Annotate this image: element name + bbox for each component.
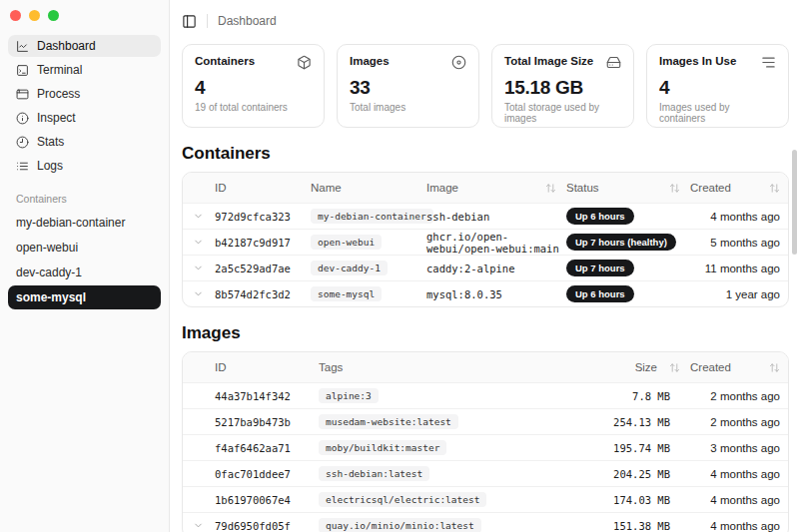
containers-table: IDNameImageStatusCreated972d9cfca323my-d… [182, 172, 789, 307]
stat-card-title: Containers [195, 55, 255, 67]
list-lines-icon [761, 55, 776, 70]
stat-card-title: Total Image Size [504, 55, 593, 67]
container-created: 4 months ago [688, 211, 788, 223]
sidebar-item-label: Stats [37, 135, 64, 149]
expand-row-button[interactable] [183, 234, 213, 252]
expand-row-button[interactable] [183, 208, 213, 226]
container-name: open-webui [309, 235, 424, 250]
sidebar-container-open-webui[interactable]: open-webui [8, 236, 161, 260]
image-id: 0fac701ddee7 [213, 468, 317, 480]
image-row[interactable]: f4af6462aa71moby/buildkit:master195.74 M… [183, 434, 788, 460]
sort-icon[interactable] [769, 362, 780, 373]
status-badge: Up 6 hours [566, 285, 634, 302]
sidebar-item-logs[interactable]: Logs [8, 155, 161, 177]
sidebar-item-process[interactable]: Process [8, 83, 161, 105]
stat-card-value: 33 [350, 77, 466, 99]
container-image: mysql:8.0.35 [424, 288, 564, 300]
container-name: my-debian-container [309, 209, 424, 224]
sidebar-item-label: Dashboard [37, 39, 96, 53]
column-header-name: Name [309, 182, 424, 194]
image-created: 4 months ago [688, 494, 788, 506]
status-badge: Up 7 hours [566, 260, 634, 276]
chevron-down-icon [193, 517, 204, 532]
topbar-divider [207, 14, 208, 28]
image-created: 4 months ago [688, 520, 788, 532]
hard-drive-icon [606, 55, 621, 70]
container-name-badge: my-debian-container [311, 209, 433, 224]
stat-card-title: Images In Use [659, 55, 736, 67]
column-header-size: Size [580, 361, 688, 373]
column-header-label: Size [635, 361, 657, 373]
container-name-badge: open-webui [311, 235, 382, 250]
stat-card-value: 15.18 GB [504, 77, 621, 99]
image-id: 5217ba9b473b [213, 416, 317, 428]
image-size: 151.38 MB [580, 520, 688, 532]
container-row[interactable]: b42187c9d917open-webuighcr.io/open-webui… [183, 229, 788, 255]
stat-card-subtitle: 19 of total containers [195, 102, 312, 113]
image-row[interactable]: 0fac701ddee7ssh-debian:latest204.25 MB4 … [183, 460, 788, 486]
column-header-label: ID [215, 182, 227, 194]
container-row[interactable]: 2a5c529ad7aedev-caddy-1caddy:2-alpineUp … [183, 255, 788, 280]
stat-card-subtitle: Total images [350, 102, 466, 113]
container-image: ssh-debian [424, 211, 564, 223]
stat-card-images: Images33Total images [337, 44, 479, 128]
image-id: 44a37b14f342 [213, 390, 317, 402]
image-tags: alpine:3 [317, 388, 580, 403]
sidebar-item-inspect[interactable]: Inspect [8, 107, 161, 129]
stat-card-value: 4 [195, 77, 312, 99]
image-row[interactable]: 5217ba9b473bmusedam-website:latest254.13… [183, 408, 788, 434]
sort-icon[interactable] [545, 183, 556, 194]
sidebar-container-my-debian-container[interactable]: my-debian-container [8, 211, 161, 235]
chevron-down-icon [193, 234, 204, 252]
container-image: ghcr.io/open-webui/open-webui:main [424, 231, 564, 255]
column-header-tags: Tags [317, 361, 580, 373]
column-header-label: Created [690, 182, 731, 194]
stat-card-title: Images [350, 55, 390, 67]
status-badge: Up 7 hours (healthy) [566, 234, 676, 251]
image-id: 79d6950fd05f [213, 520, 317, 532]
stat-card-header: Images In Use [659, 55, 776, 70]
sort-icon[interactable] [669, 362, 680, 373]
image-tags-badge: quay.io/minio/minio:latest [319, 518, 481, 532]
sidebar-item-dashboard[interactable]: Dashboard [8, 35, 161, 57]
column-header-id: ID [213, 361, 317, 373]
sort-icon[interactable] [769, 183, 780, 194]
sort-icon[interactable] [669, 183, 680, 194]
zoom-window-button[interactable] [48, 10, 59, 21]
close-window-button[interactable] [10, 10, 21, 21]
container-row[interactable]: 972d9cfca323my-debian-containerssh-debia… [183, 203, 788, 229]
sidebar-item-terminal[interactable]: Terminal [8, 59, 161, 81]
sidebar-container-dev-caddy-1[interactable]: dev-caddy-1 [8, 261, 161, 284]
stat-card-header: Containers [195, 55, 312, 70]
sidebar-item-stats[interactable]: Stats [8, 131, 161, 153]
image-tags: musedam-website:latest [317, 414, 580, 429]
image-tags: electricsql/electric:latest [317, 492, 580, 507]
vertical-scrollbar[interactable] [792, 150, 797, 255]
sidebar-item-label: Logs [37, 159, 63, 173]
image-tags: moby/buildkit:master [317, 440, 580, 455]
stat-card-containers: Containers419 of total containers [182, 44, 325, 128]
expand-row-button[interactable] [183, 517, 213, 532]
status-badge: Up 6 hours [566, 208, 634, 225]
chevron-down-icon [193, 208, 204, 226]
container-id: 2a5c529ad7ae [213, 263, 309, 274]
expand-row-button[interactable] [183, 260, 213, 277]
chevron-down-icon [193, 285, 204, 303]
images-table: IDTagsSizeCreated44a37b14f342alpine:37.8… [182, 351, 789, 532]
image-row[interactable]: 44a37b14f342alpine:37.8 MB2 months ago [183, 382, 788, 408]
container-created: 5 months ago [688, 237, 788, 249]
expand-row-button[interactable] [183, 285, 213, 303]
image-id: 1b61970067e4 [213, 494, 317, 506]
container-name: some-mysql [309, 286, 424, 301]
stat-card-subtitle: Images used by containers [659, 102, 776, 124]
panel-left-toggle-icon[interactable] [182, 14, 197, 29]
image-row[interactable]: 1b61970067e4electricsql/electric:latest1… [183, 486, 788, 512]
sidebar-container-some-mysql[interactable]: some-mysql [8, 285, 161, 309]
column-header-status: Status [564, 182, 688, 194]
image-created: 3 months ago [688, 442, 788, 454]
image-row[interactable]: 79d6950fd05fquay.io/minio/minio:latest15… [183, 512, 788, 532]
minimize-window-button[interactable] [29, 10, 40, 21]
terminal-icon [16, 64, 29, 77]
image-tags-badge: ssh-debian:latest [319, 466, 429, 481]
container-row[interactable]: 8b574d2fc3d2some-mysqlmysql:8.0.35Up 6 h… [183, 280, 788, 306]
